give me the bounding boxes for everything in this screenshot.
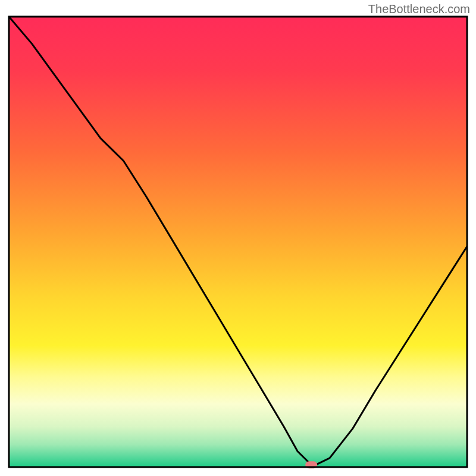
chart-background bbox=[9, 17, 467, 467]
bottleneck-chart bbox=[0, 0, 476, 476]
watermark-text: TheBottleneck.com bbox=[368, 2, 470, 16]
chart-container: TheBottleneck.com bbox=[0, 0, 476, 476]
